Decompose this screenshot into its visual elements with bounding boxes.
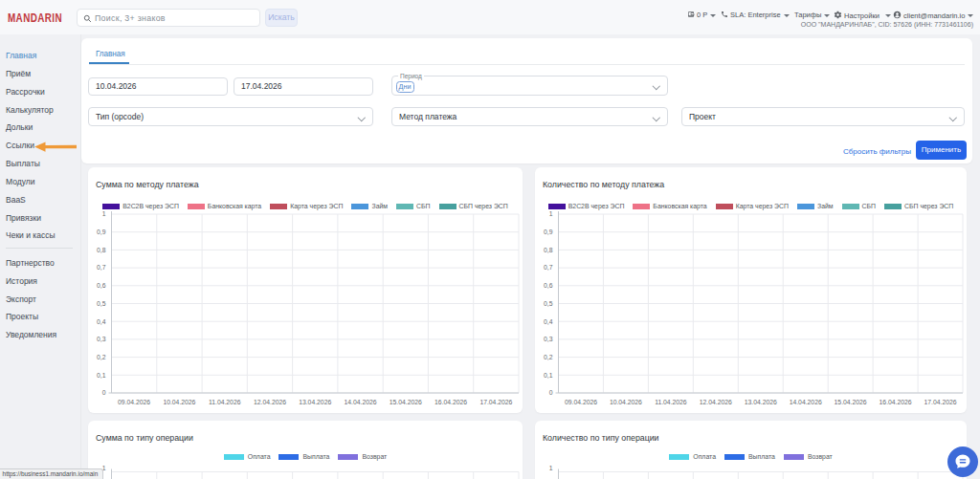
svg-text:0,7: 0,7 [97,264,106,271]
svg-text:0,1: 0,1 [544,372,553,379]
svg-text:0,3: 0,3 [544,336,553,342]
svg-text:0,5: 0,5 [544,300,553,307]
svg-text:0,4: 0,4 [97,318,106,325]
svg-text:10.04.2026: 10.04.2026 [610,399,642,405]
svg-text:0,8: 0,8 [97,247,106,253]
svg-text:0,8: 0,8 [544,247,553,253]
svg-text:13.04.2026: 13.04.2026 [299,399,331,405]
svg-text:12.04.2026: 12.04.2026 [254,399,286,405]
svg-text:0,5: 0,5 [97,300,106,307]
svg-text:0,2: 0,2 [97,354,106,360]
svg-text:14.04.2026: 14.04.2026 [344,399,376,405]
svg-text:13.04.2026: 13.04.2026 [745,399,777,405]
svg-text:0,4: 0,4 [544,318,553,325]
svg-text:0,6: 0,6 [544,282,553,289]
svg-text:15.04.2026: 15.04.2026 [835,399,867,405]
svg-text:15.04.2026: 15.04.2026 [390,399,422,405]
svg-text:1: 1 [549,465,553,471]
svg-text:1: 1 [102,210,106,217]
svg-text:0,1: 0,1 [97,372,106,379]
svg-text:10.04.2026: 10.04.2026 [163,399,195,405]
svg-text:12.04.2026: 12.04.2026 [700,399,732,405]
svg-text:0,2: 0,2 [544,354,553,360]
svg-text:1: 1 [549,210,553,217]
svg-text:17.04.2026: 17.04.2026 [924,399,956,405]
svg-text:09.04.2026: 09.04.2026 [118,399,150,405]
svg-text:0,6: 0,6 [97,282,106,289]
svg-text:17.04.2026: 17.04.2026 [479,399,512,405]
svg-text:0,9: 0,9 [97,229,106,235]
svg-text:16.04.2026: 16.04.2026 [880,399,912,405]
svg-text:0: 0 [549,389,553,396]
svg-text:11.04.2026: 11.04.2026 [655,399,687,405]
svg-text:14.04.2026: 14.04.2026 [790,399,822,405]
svg-text:0,9: 0,9 [544,229,553,235]
svg-text:11.04.2026: 11.04.2026 [209,399,241,405]
svg-text:16.04.2026: 16.04.2026 [434,399,467,405]
svg-text:0: 0 [102,389,106,396]
svg-text:09.04.2026: 09.04.2026 [565,399,597,405]
svg-text:0,3: 0,3 [97,336,106,342]
svg-text:0,7: 0,7 [544,264,553,271]
